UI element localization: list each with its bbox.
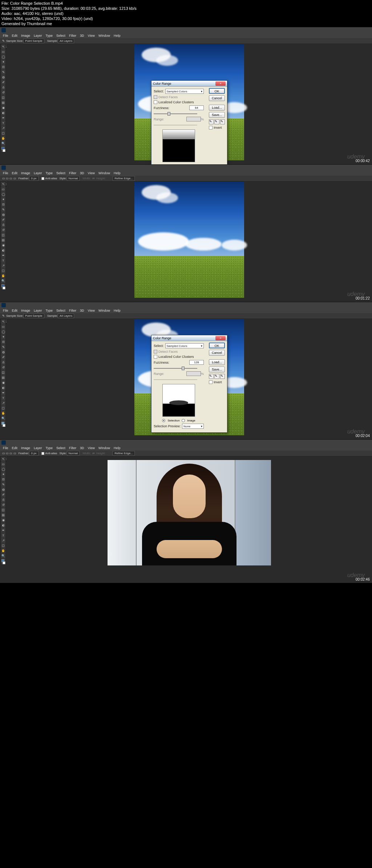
localized-checkbox[interactable] — [154, 100, 157, 104]
canvas[interactable] — [7, 181, 372, 302]
move-tool-icon[interactable]: ↖ — [1, 44, 5, 49]
eraser-tool-icon[interactable]: ◫ — [1, 95, 5, 100]
eyedropper-minus-icon[interactable]: ✎ — [220, 119, 225, 124]
toolbox[interactable]: ↖▭◯✦⊡✎◍✐⎙↺◫▤◉◐✒T↗▢✋🔍 — [1, 319, 6, 427]
refine-edge-button[interactable]: Refine Edge... — [113, 176, 135, 181]
load-button[interactable]: Load... — [209, 359, 225, 365]
load-button[interactable]: Load... — [209, 105, 225, 111]
stamp-tool-icon[interactable]: ⎙ — [1, 85, 5, 90]
crop-tool-icon[interactable]: ⊡ — [1, 65, 5, 70]
ps-icon — [1, 165, 6, 170]
options-bar: ▭ ▭ ▭ ▭ Feather: 0 px Anti-alias Style: … — [0, 176, 372, 181]
select-label: Select: — [154, 89, 164, 93]
brush-tool-icon[interactable]: ✐ — [1, 80, 5, 85]
detect-faces-label: Detect Faces — [158, 95, 178, 99]
sample-size-select[interactable]: Point Sample — [23, 39, 44, 43]
fuzziness-input[interactable] — [189, 105, 204, 110]
select-dropdown[interactable]: Sampled Colors▾ — [165, 89, 204, 94]
pen-tool-icon[interactable]: ✒ — [1, 116, 5, 121]
selection-preview — [162, 129, 195, 162]
timestamp: 00:02:46 — [356, 577, 370, 581]
menu-3d[interactable]: 3D — [80, 34, 84, 37]
sample-label: Sample: — [47, 39, 58, 43]
style-select[interactable]: Normal — [67, 176, 80, 181]
detect-faces-checkbox — [154, 95, 157, 99]
file-info-header: File: Color Range Selection B.mp4 Size: … — [0, 0, 372, 27]
menu-type[interactable]: Type — [46, 34, 53, 37]
color-range-dialog[interactable]: Color Range × Select: Sampled Colors▾ De… — [151, 335, 227, 433]
menu-filter[interactable]: Filter — [69, 34, 76, 37]
marquee-tool-icon[interactable]: ▭ — [1, 49, 5, 55]
range-input — [186, 117, 201, 121]
heal-tool-icon[interactable]: ◍ — [1, 75, 5, 80]
frame-3: FileEditImageLayerTypeSelectFilter3DView… — [0, 302, 372, 439]
frame-1: File Edit Image Layer Type Select Filter… — [0, 27, 372, 164]
menubar[interactable]: FileEditImageLayerTypeSelectFilter3DView… — [0, 171, 372, 176]
document-image — [134, 181, 244, 298]
invert-label: Invert — [214, 126, 222, 129]
dialog-title-text: Color Range — [153, 82, 171, 85]
canvas[interactable] — [7, 456, 372, 583]
sample-size-label: Sample Size: — [6, 39, 23, 43]
timestamp: 00:00:42 — [356, 159, 370, 163]
range-label: Range: — [154, 117, 185, 121]
wand-tool-icon[interactable]: ✦ — [1, 60, 5, 65]
feather-input[interactable]: 0 px — [29, 176, 38, 181]
menu-view[interactable]: View — [88, 34, 95, 37]
timestamp: 00:01:22 — [356, 296, 370, 300]
dialog-titlebar[interactable]: Color Range × — [151, 81, 227, 87]
zoom-tool-icon[interactable]: 🔍 — [1, 141, 5, 146]
eyedropper-icon[interactable]: ✎ — [209, 119, 214, 124]
menu-help[interactable]: Help — [114, 34, 121, 37]
color-range-dialog[interactable]: Color Range × Select: Sampled Colors▾ De… — [151, 80, 227, 178]
save-button[interactable]: Save... — [209, 112, 225, 118]
path-tool-icon[interactable]: ↗ — [1, 126, 5, 131]
dodge-tool-icon[interactable]: ◐ — [1, 111, 5, 116]
cancel-button[interactable]: Cancel — [209, 95, 225, 101]
toolbox[interactable]: ↖ ▭ ◯ ✦ ⊡ ✎ ◍ ✐ ⎙ ↺ ◫ ▤ ◉ ◐ ✒ T ↗ ▢ ✋ 🔍 — [1, 44, 6, 152]
close-icon[interactable]: × — [215, 336, 226, 340]
type-tool-icon[interactable]: T — [1, 121, 5, 126]
options-bar: ✎ Sample Size: Point Sample Sample: All … — [0, 38, 372, 44]
ps-icon — [1, 440, 6, 445]
menubar[interactable]: FileEditImageLayerTypeSelectFilter3DView… — [0, 308, 372, 313]
color-swatch[interactable] — [1, 146, 5, 152]
fuzziness-input[interactable] — [189, 360, 204, 365]
save-button[interactable]: Save... — [209, 367, 225, 372]
frame-4: FileEditImageLayerTypeSelectFilter3DView… — [0, 439, 372, 583]
shape-tool-icon[interactable]: ▢ — [1, 131, 5, 136]
ps-titlebar — [0, 27, 372, 33]
localized-label: Localized Color Clusters — [158, 100, 194, 104]
menubar[interactable]: FileEditImageLayerTypeSelectFilter3DView… — [0, 445, 372, 451]
fuzziness-slider[interactable] — [154, 112, 197, 116]
toolbox[interactable]: ↖▭◯✦⊡✎◍✐⎙↺◫▤◉◐✒T↗▢✋🔍 — [1, 456, 6, 565]
lasso-tool-icon[interactable]: ◯ — [1, 55, 5, 60]
timestamp: 00:02:04 — [356, 434, 370, 438]
eyedropper-plus-icon[interactable]: ✎ — [214, 119, 219, 124]
document-image — [108, 460, 271, 565]
ps-icon — [1, 303, 6, 307]
ok-button[interactable]: OK — [209, 88, 225, 94]
hand-tool-icon[interactable]: ✋ — [1, 136, 5, 141]
menu-window[interactable]: Window — [98, 34, 110, 37]
gradient-tool-icon[interactable]: ▤ — [1, 100, 5, 105]
ok-button[interactable]: OK — [209, 343, 225, 348]
menu-layer[interactable]: Layer — [34, 34, 42, 37]
menu-image[interactable]: Image — [21, 34, 30, 37]
eyedropper-icon: ✎ — [2, 39, 5, 43]
selection-preview — [162, 384, 195, 417]
toolbox[interactable]: ↖▭◯✦⊡✎◍✐⎙↺◫▤◉◐✒T↗▢✋🔍 — [1, 181, 6, 290]
history-tool-icon[interactable]: ↺ — [1, 90, 5, 95]
cancel-button[interactable]: Cancel — [209, 350, 225, 356]
menu-select[interactable]: Select — [56, 34, 65, 37]
menu-edit[interactable]: Edit — [12, 34, 18, 37]
close-icon[interactable]: × — [215, 81, 226, 86]
menubar[interactable]: File Edit Image Layer Type Select Filter… — [0, 33, 372, 38]
blur-tool-icon[interactable]: ◉ — [1, 105, 5, 111]
range-slider — [154, 123, 197, 127]
eyedropper-tool-icon[interactable]: ✎ — [1, 70, 5, 75]
menu-file[interactable]: File — [3, 34, 8, 37]
invert-checkbox[interactable] — [209, 126, 213, 129]
sample-select[interactable]: All Layers — [58, 39, 74, 43]
fuzziness-label: Fuzziness: — [154, 106, 188, 110]
